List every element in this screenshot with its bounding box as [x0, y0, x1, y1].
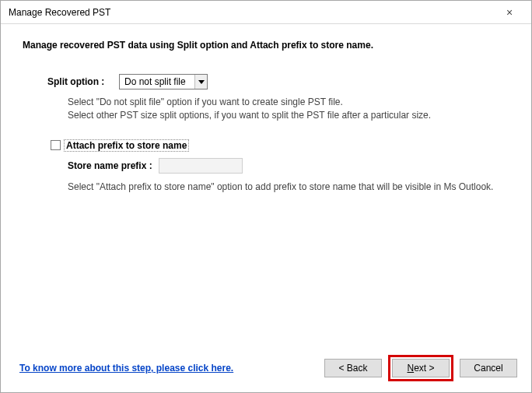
prefix-checkbox[interactable] — [51, 140, 61, 150]
cancel-button[interactable]: Cancel — [460, 359, 517, 377]
window-title: Manage Recovered PST — [9, 7, 494, 18]
prefix-hint: Select "Attach prefix to store name" opt… — [68, 181, 509, 192]
next-button-highlight: Next > — [388, 355, 453, 381]
split-option-label: Split option : — [47, 76, 119, 87]
back-button[interactable]: < Back — [324, 359, 382, 377]
prefix-input[interactable] — [159, 158, 243, 174]
prefix-field-label: Store name prefix : — [68, 160, 152, 171]
prefix-checkbox-row[interactable]: Attach prefix to store name — [51, 139, 509, 152]
split-option-select[interactable]: Do not split file — [119, 74, 208, 89]
chevron-down-icon — [194, 75, 207, 89]
split-option-hint: Select "Do not split file" option if you… — [68, 96, 509, 122]
footer: To know more about this step, please cli… — [1, 355, 531, 381]
split-option-row: Split option : Do not split file — [47, 74, 509, 89]
prefix-field-row: Store name prefix : — [68, 158, 509, 174]
split-hint-line2: Select other PST size split options, if … — [68, 109, 509, 122]
content-area: Manage recovered PST data using Split op… — [1, 24, 531, 200]
prefix-checkbox-label: Attach prefix to store name — [64, 139, 189, 152]
close-icon[interactable]: × — [494, 6, 525, 19]
page-heading: Manage recovered PST data using Split op… — [23, 40, 509, 51]
dialog-window: Manage Recovered PST × Manage recovered … — [0, 0, 532, 393]
split-hint-line1: Select "Do not split file" option if you… — [68, 96, 509, 109]
next-underline: N — [407, 363, 414, 374]
next-button[interactable]: Next > — [392, 359, 450, 377]
help-link[interactable]: To know more about this step, please cli… — [19, 363, 233, 374]
next-rest: ext > — [414, 363, 434, 374]
svg-marker-0 — [198, 80, 205, 84]
split-option-value: Do not split file — [120, 76, 194, 87]
titlebar: Manage Recovered PST × — [1, 1, 531, 24]
